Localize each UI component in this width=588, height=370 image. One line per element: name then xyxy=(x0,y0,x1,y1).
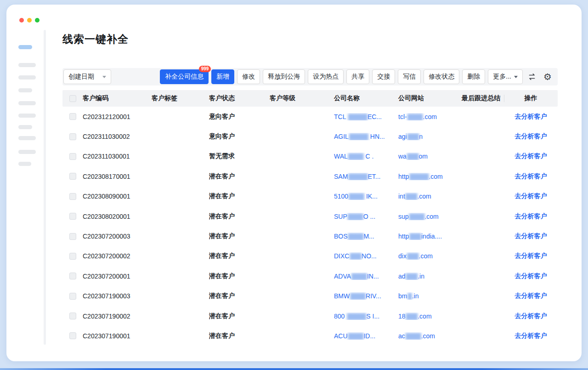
customer-code-cell: C202307190001 xyxy=(83,332,152,340)
company-name-link[interactable]: TCL █████EC... xyxy=(334,113,398,120)
date-filter-select[interactable]: 创建日期 xyxy=(63,69,111,84)
company-name-link[interactable]: AGIL█████ HN... xyxy=(334,133,398,140)
gear-glyph: ⚙ xyxy=(543,72,552,81)
row-checkbox[interactable] xyxy=(69,273,76,279)
company-website-link[interactable]: tcl-████.com xyxy=(398,113,462,120)
company-website-link[interactable]: int███.com xyxy=(398,193,462,200)
company-name-link[interactable]: WAL████ C . xyxy=(334,153,398,160)
toolbar-button-8[interactable]: 删除 xyxy=(462,69,485,84)
complete-company-info-button[interactable]: 补全公司信息 999 xyxy=(160,69,209,84)
toolbar-button-1[interactable]: 修改 xyxy=(237,69,260,84)
analyze-customer-link[interactable]: 去分析客户 xyxy=(515,152,547,159)
customer-code-cell: C202307190002 xyxy=(83,313,152,320)
row-checkbox[interactable] xyxy=(69,293,76,300)
sync-icon[interactable] xyxy=(526,70,538,83)
page-title: 线索一键补全 xyxy=(62,32,558,46)
select-all-checkbox[interactable] xyxy=(69,95,76,102)
website-text: int xyxy=(398,193,405,200)
toolbar-button-3[interactable]: 设为热点 xyxy=(308,69,344,84)
row-checkbox[interactable] xyxy=(69,173,76,180)
row-checkbox[interactable] xyxy=(69,133,76,140)
analyze-customer-link[interactable]: 去分析客户 xyxy=(515,332,547,339)
customer-status-cell: 潜在客户 xyxy=(209,272,270,280)
analyze-customer-link[interactable]: 去分析客户 xyxy=(515,212,547,220)
sidebar-nav-item[interactable] xyxy=(18,88,32,92)
sidebar-nav-item[interactable] xyxy=(18,125,32,129)
analyze-customer-link[interactable]: 去分析客户 xyxy=(515,132,547,140)
row-checkbox[interactable] xyxy=(69,313,76,319)
toolbar-button-4[interactable]: 共享 xyxy=(346,69,369,84)
customer-code-cell: C202307200002 xyxy=(83,252,152,260)
header-customer-level: 客户等级 xyxy=(270,94,334,102)
company-name-text: WAL xyxy=(334,153,348,160)
toolbar-button-5[interactable]: 交接 xyxy=(372,69,395,84)
more-button[interactable]: 更多... xyxy=(488,69,523,84)
customer-status-cell: 潜在客户 xyxy=(209,192,270,200)
company-name-link[interactable]: SAM█████ET... xyxy=(334,173,398,180)
table-body: C202312120001 意向客户 TCL █████EC... tcl-██… xyxy=(62,107,558,346)
redacted-text: ████ xyxy=(351,273,367,280)
company-website-link[interactable]: dix███.com xyxy=(398,252,462,260)
sidebar-nav-item[interactable] xyxy=(18,75,36,80)
analyze-customer-link[interactable]: 去分析客户 xyxy=(515,312,547,319)
company-website-link[interactable]: http███india.... xyxy=(398,233,462,240)
row-checkbox[interactable] xyxy=(69,113,76,120)
row-checkbox[interactable] xyxy=(69,153,76,160)
table-row: C202307200002 潜在客户 DIXC███NO... dix███.c… xyxy=(62,246,558,266)
row-checkbox[interactable] xyxy=(69,213,76,220)
company-name-link[interactable]: 800 █████S I... xyxy=(334,313,398,320)
website-text: .com xyxy=(417,193,431,200)
sidebar-nav-item[interactable] xyxy=(18,114,36,118)
redacted-text: ████ xyxy=(348,333,364,340)
customer-code-cell: C202311030001 xyxy=(83,153,152,160)
sidebar-nav-item[interactable] xyxy=(18,63,36,67)
analyze-customer-link[interactable]: 去分析客户 xyxy=(515,192,547,199)
sidebar-nav-item[interactable] xyxy=(18,136,36,140)
toolbar-button-2[interactable]: 释放到公海 xyxy=(263,69,305,84)
analyze-customer-link[interactable]: 去分析客户 xyxy=(515,252,547,259)
company-name-link[interactable]: ADVA████IN... xyxy=(334,273,398,280)
company-name-link[interactable]: BMW████RIV... xyxy=(334,292,398,300)
sidebar-nav-item[interactable] xyxy=(18,150,36,154)
toolbar-button-7[interactable]: 修改状态 xyxy=(424,69,459,84)
row-checkbox[interactable] xyxy=(69,233,76,240)
analyze-customer-link[interactable]: 去分析客户 xyxy=(515,172,547,180)
analyze-customer-link[interactable]: 去分析客户 xyxy=(515,232,547,239)
company-name-link[interactable]: 5100████ IK... xyxy=(334,193,398,200)
company-website-link[interactable]: agi███n xyxy=(398,133,462,140)
customer-status-cell: 暂无需求 xyxy=(209,152,270,160)
company-website-link[interactable]: 18███.com xyxy=(398,313,462,320)
company-website-link[interactable]: bm█.in xyxy=(398,292,462,300)
company-website-link[interactable]: ac████.com xyxy=(398,332,462,340)
company-website-link[interactable]: ad███.in xyxy=(398,273,462,280)
add-button[interactable]: 新增 xyxy=(211,69,234,84)
table-row: C202307190002 潜在客户 800 █████S I... 18███… xyxy=(62,306,558,326)
company-website-link[interactable]: wa███om xyxy=(398,153,462,160)
customer-code-cell: C202308170001 xyxy=(83,173,152,180)
redacted-text: ███ xyxy=(407,253,419,260)
secondary-buttons: 修改释放到公海设为热点共享交接写信修改状态删除 xyxy=(237,69,485,84)
settings-gear-icon[interactable]: ⚙ xyxy=(541,70,554,83)
analyze-customer-link[interactable]: 去分析客户 xyxy=(515,272,547,279)
toolbar-button-6[interactable]: 写信 xyxy=(398,69,421,84)
website-text: wa xyxy=(398,153,407,160)
sidebar-nav-item[interactable] xyxy=(18,162,31,166)
website-text: .com xyxy=(423,113,437,120)
chevron-down-icon xyxy=(514,76,518,78)
analyze-customer-link[interactable]: 去分析客户 xyxy=(515,113,547,120)
sidebar-nav-item[interactable] xyxy=(18,101,36,105)
analyze-customer-link[interactable]: 去分析客户 xyxy=(515,292,547,299)
company-name-link[interactable]: DIXC███NO... xyxy=(334,252,398,260)
row-checkbox[interactable] xyxy=(69,332,76,339)
sidebar-nav-item-active[interactable] xyxy=(18,45,32,49)
customer-status-cell: 潜在客户 xyxy=(209,232,270,240)
redacted-text: █████ xyxy=(349,133,368,140)
company-name-link[interactable]: SUP████O ... xyxy=(334,213,398,220)
row-checkbox[interactable] xyxy=(69,193,76,200)
company-website-link[interactable]: http█████.com xyxy=(398,173,462,180)
company-website-link[interactable]: sup████.com xyxy=(398,213,462,220)
company-name-link[interactable]: ACU████ID... xyxy=(334,332,398,340)
company-name-link[interactable]: BOS████M... xyxy=(334,233,398,240)
redacted-text: ████ xyxy=(350,293,366,300)
row-checkbox[interactable] xyxy=(69,253,76,260)
